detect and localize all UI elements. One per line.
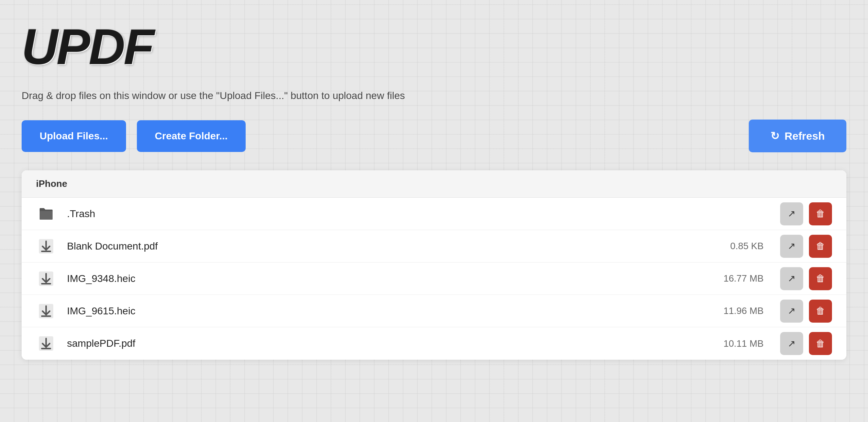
- delete-button[interactable]: 🗑: [809, 332, 832, 355]
- file-size: 0.85 KB: [706, 241, 764, 252]
- share-button[interactable]: ↗: [780, 300, 803, 323]
- folder-icon: [36, 204, 56, 224]
- share-icon: ↗: [788, 305, 796, 316]
- share-button[interactable]: ↗: [780, 235, 803, 258]
- table-row: Blank Document.pdf 0.85 KB ↗ 🗑: [22, 230, 846, 262]
- trash-icon: 🗑: [816, 338, 825, 349]
- file-name: IMG_9348.heic: [67, 273, 706, 284]
- share-icon: ↗: [788, 273, 796, 284]
- svg-rect-0: [40, 211, 53, 220]
- table-row: .Trash ↗ 🗑: [22, 198, 846, 230]
- share-icon: ↗: [788, 208, 796, 219]
- trash-icon: 🗑: [816, 208, 825, 219]
- delete-button[interactable]: 🗑: [809, 202, 832, 225]
- file-size: 16.77 MB: [706, 273, 764, 284]
- delete-button[interactable]: 🗑: [809, 235, 832, 258]
- file-size: 10.11 MB: [706, 338, 764, 349]
- share-button[interactable]: ↗: [780, 202, 803, 225]
- toolbar: Upload Files... Create Folder... ↻ Refre…: [22, 120, 846, 152]
- app-logo: UPDF: [22, 22, 846, 72]
- file-size: 11.96 MB: [706, 305, 764, 316]
- drag-hint: Drag & drop files on this window or use …: [22, 90, 846, 102]
- download-icon: [36, 333, 56, 354]
- create-folder-button[interactable]: Create Folder...: [137, 120, 246, 152]
- table-row: IMG_9348.heic 16.77 MB ↗ 🗑: [22, 262, 846, 295]
- share-icon: ↗: [788, 241, 796, 252]
- upload-files-button[interactable]: Upload Files...: [22, 120, 126, 152]
- refresh-icon: ↻: [770, 130, 779, 142]
- table-row: samplePDF.pdf 10.11 MB ↗ 🗑: [22, 327, 846, 360]
- share-icon: ↗: [788, 338, 796, 349]
- delete-button[interactable]: 🗑: [809, 300, 832, 323]
- share-button[interactable]: ↗: [780, 267, 803, 290]
- file-table: iPhone .Trash ↗ 🗑 Blank Document.pdf 0.8: [22, 170, 846, 360]
- trash-icon: 🗑: [816, 273, 825, 284]
- trash-icon: 🗑: [816, 241, 825, 252]
- file-name: IMG_9615.heic: [67, 305, 706, 317]
- device-name: iPhone: [22, 170, 846, 198]
- download-icon: [36, 236, 56, 256]
- share-button[interactable]: ↗: [780, 332, 803, 355]
- trash-icon: 🗑: [816, 305, 825, 316]
- file-name: .Trash: [67, 208, 706, 220]
- download-icon: [36, 301, 56, 321]
- refresh-label: Refresh: [784, 130, 825, 142]
- file-name: Blank Document.pdf: [67, 241, 706, 252]
- delete-button[interactable]: 🗑: [809, 267, 832, 290]
- refresh-button[interactable]: ↻ Refresh: [749, 120, 846, 152]
- file-name: samplePDF.pdf: [67, 338, 706, 349]
- table-row: IMG_9615.heic 11.96 MB ↗ 🗑: [22, 295, 846, 327]
- download-icon: [36, 269, 56, 289]
